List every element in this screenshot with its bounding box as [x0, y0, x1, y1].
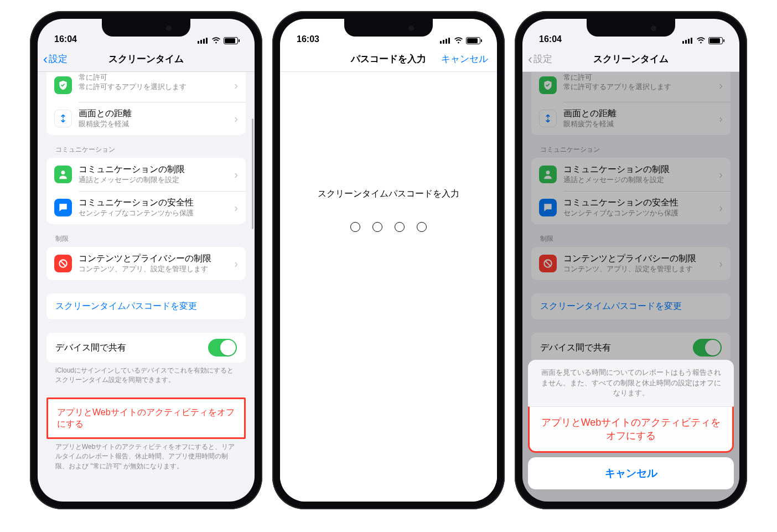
chevron-right-icon: ›	[234, 257, 238, 270]
status-time: 16:03	[297, 34, 319, 44]
person-icon	[54, 166, 72, 183]
scroll-indicator[interactable]	[252, 118, 253, 229]
nav-bar: ‹ 設定 スクリーンタイム	[38, 47, 255, 72]
back-label: 設定	[533, 53, 552, 65]
signal-icon	[440, 38, 450, 44]
battery-icon	[708, 37, 723, 44]
chevron-right-icon: ›	[234, 79, 238, 92]
page-title: スクリーンタイム	[522, 53, 739, 65]
content-privacy-title: コンテンツとプライバシーの制限	[79, 253, 231, 264]
svg-point-0	[61, 171, 65, 174]
phone-1: 16:04 ‹ 設定 スクリーンタイム	[30, 11, 262, 509]
status-indicators	[682, 37, 723, 44]
back-label: 設定	[49, 53, 68, 65]
phone-2: 16:03 パスコードを入力 キャンセル スクリーンタイムパスコードを入力	[272, 11, 505, 509]
comm-safety-title: コミュニケーションの安全性	[79, 197, 231, 208]
status-indicators	[198, 37, 238, 44]
nav-bar: ‹ 設定 スクリーンタイム	[522, 47, 739, 72]
row-comm-safety[interactable]: コミュニケーションの安全性 センシティブなコンテンツから保護 ›	[46, 191, 246, 224]
row-always-allow-sub: 常に許可するアプリを選択します	[79, 82, 231, 92]
content-privacy-sub: コンテンツ、アプリ、設定を管理します	[79, 265, 231, 274]
no-sign-icon	[54, 255, 72, 272]
passcode-dots	[350, 222, 427, 232]
row-screen-distance[interactable]: 画面との距離 眼精疲労を軽減 ›	[46, 102, 246, 135]
row-distance-title: 画面との距離	[79, 108, 231, 119]
chat-icon	[54, 199, 72, 216]
passcode-dot	[350, 222, 360, 232]
chevron-left-icon: ‹	[528, 53, 532, 66]
section-communication: コミュニケーション	[38, 135, 255, 158]
check-shield-icon	[54, 76, 72, 94]
content: 常に許可 常に許可するアプリを選択します › 画面との距離 眼精疲労を軽減	[522, 72, 739, 502]
row-distance-sub: 眼精疲労を軽減	[79, 120, 231, 129]
passcode-dot	[372, 222, 382, 232]
back-button: ‹ 設定	[522, 53, 552, 66]
back-button[interactable]: ‹ 設定	[38, 53, 68, 66]
row-content-privacy[interactable]: コンテンツとプライバシーの制限 コンテンツ、アプリ、設定を管理します ›	[46, 247, 246, 280]
comm-safety-sub: センシティブなコンテンツから保護	[79, 209, 231, 218]
status-time: 16:04	[54, 34, 77, 44]
toggle-switch-on[interactable]	[208, 339, 237, 357]
passcode-dot	[417, 222, 427, 232]
row-always-allow[interactable]: 常に許可 常に許可するアプリを選択します ›	[46, 72, 246, 102]
notch	[344, 19, 433, 37]
row-share-across-devices[interactable]: デバイス間で共有	[46, 333, 246, 363]
signal-icon	[198, 38, 208, 44]
battery-icon	[224, 37, 238, 44]
chevron-right-icon: ›	[234, 112, 238, 125]
share-devices-label: デバイス間で共有	[55, 342, 126, 354]
comm-limit-sub: 通話とメッセージの制限を設定	[79, 175, 231, 185]
battery-icon	[466, 37, 480, 44]
turn-off-footer: アプリとWebサイトのアクティビティをオフにすると、リアルタイムのレポート報告、…	[38, 439, 255, 471]
chevron-right-icon: ›	[234, 168, 238, 181]
sheet-message: 画面を見ている時間についてのレポートはもう報告されません。また、すべての制限と休…	[528, 360, 734, 406]
page-title: スクリーンタイム	[38, 53, 255, 65]
row-change-passcode[interactable]: スクリーンタイムパスコードを変更	[46, 293, 246, 319]
status-time: 16:04	[539, 34, 562, 44]
status-indicators	[440, 37, 480, 44]
passcode-prompt: スクリーンタイムパスコードを入力	[318, 188, 459, 200]
notch	[102, 19, 190, 37]
share-devices-footer: iCloudにサインインしているデバイスでこれを有効にするとスクリーンタイム設定…	[38, 363, 255, 385]
nav-bar: パスコードを入力 キャンセル	[280, 47, 497, 72]
wifi-icon	[454, 37, 463, 44]
chevron-left-icon: ‹	[43, 53, 48, 66]
chevron-right-icon: ›	[234, 202, 238, 214]
section-restrict: 制限	[38, 224, 255, 247]
passcode-dot	[395, 222, 405, 232]
passcode-content: スクリーンタイムパスコードを入力	[280, 72, 497, 502]
cancel-button[interactable]: キャンセル	[441, 53, 488, 65]
signal-icon	[682, 38, 692, 44]
wifi-icon	[211, 37, 221, 44]
notch	[587, 19, 675, 37]
row-comm-limits[interactable]: コミュニケーションの制限 通話とメッセージの制限を設定 ›	[46, 158, 246, 191]
comm-limit-title: コミュニケーションの制限	[79, 164, 231, 175]
wifi-icon	[696, 37, 706, 44]
content: 常に許可 常に許可するアプリを選択します › 画面との距離 眼精疲労を軽減	[38, 72, 255, 502]
phone-3: 16:04 ‹ 設定 スクリーンタイム	[515, 11, 747, 509]
action-sheet: 画面を見ている時間についてのレポートはもう報告されません。また、すべての制限と休…	[528, 360, 734, 489]
row-cut-title: 常に許可	[79, 73, 231, 82]
row-turn-off-activity[interactable]: アプリとWebサイトのアクティビティをオフにする	[46, 397, 246, 439]
sheet-cancel-button[interactable]: キャンセル	[528, 457, 734, 489]
sheet-turn-off-button[interactable]: アプリとWebサイトのアクティビティをオフにする	[528, 406, 734, 453]
distance-icon	[54, 110, 72, 127]
